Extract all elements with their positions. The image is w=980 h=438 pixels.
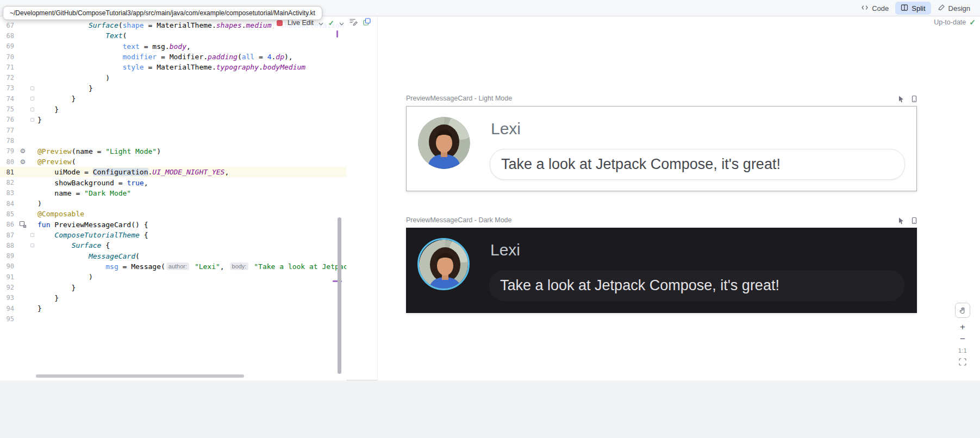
line-number[interactable]: 68	[0, 32, 17, 40]
line-number[interactable]: 77	[0, 127, 17, 134]
code-text[interactable]: uiMode = Configuration.UI_MODE_NIGHT_YES…	[36, 168, 229, 176]
code-text[interactable]: style = MaterialTheme.typography.bodyMed…	[36, 63, 305, 71]
line-number[interactable]: 80	[0, 158, 17, 166]
run-on-device-icon[interactable]	[910, 95, 919, 103]
code-text[interactable]: @Preview(name = "Light Mode")	[36, 147, 161, 155]
fold-marker-icon[interactable]	[30, 97, 34, 101]
code-text[interactable]: }	[36, 105, 59, 114]
code-line[interactable]: 87 ComposeTutorialTheme {	[0, 230, 346, 240]
line-number[interactable]: 88	[0, 242, 17, 249]
tab-split[interactable]: Split	[895, 2, 931, 15]
fold-marker-icon[interactable]	[30, 233, 34, 237]
build-ok-icon[interactable]: ✓	[328, 19, 334, 27]
line-number[interactable]: 81	[0, 168, 17, 176]
code-line[interactable]: 72 )	[0, 72, 346, 83]
line-number[interactable]: 86	[0, 221, 17, 228]
code-text[interactable]: Surface {	[36, 241, 110, 249]
code-text[interactable]: )	[36, 199, 42, 208]
code-line[interactable]: 75 }	[0, 104, 346, 114]
line-number[interactable]: 89	[0, 252, 17, 260]
code-text[interactable]: }	[36, 284, 76, 292]
line-number[interactable]: 91	[0, 273, 17, 281]
zoom-out-button[interactable]: −	[955, 333, 970, 345]
line-number[interactable]: 90	[0, 262, 17, 270]
line-number[interactable]: 82	[0, 179, 17, 186]
code-line[interactable]: 90 msg = Message(author: "Lexi", body: "…	[0, 261, 346, 272]
code-line[interactable]: 70 modifier = Modifier.padding(all = 4.d…	[0, 52, 346, 62]
build-refresh-icon[interactable]	[363, 17, 371, 28]
editor-pane[interactable]: 67 Surface(shape = MaterialTheme.shapes.…	[0, 16, 346, 380]
code-line[interactable]: 79⚙@Preview(name = "Light Mode")	[0, 146, 346, 157]
line-number[interactable]: 95	[0, 315, 17, 323]
line-number[interactable]: 87	[0, 231, 17, 239]
code-line[interactable]: 77	[0, 125, 346, 135]
code-line[interactable]: 82 showBackground = true,	[0, 177, 346, 187]
fold-marker-icon[interactable]	[30, 243, 34, 247]
code-text[interactable]: msg = Message(author: "Lexi", body: "Tak…	[36, 262, 346, 271]
line-number[interactable]: 75	[0, 105, 17, 113]
code-text[interactable]: }	[36, 304, 42, 312]
line-number[interactable]: 67	[0, 22, 17, 29]
line-number[interactable]: 74	[0, 95, 17, 103]
line-number[interactable]: 78	[0, 137, 17, 145]
code-text[interactable]: name = "Dark Mode"	[36, 189, 131, 197]
code-text[interactable]: MessageCard(	[36, 252, 140, 260]
code-line[interactable]: 78	[0, 135, 346, 146]
line-number[interactable]: 73	[0, 84, 17, 92]
code-text[interactable]: )	[36, 273, 93, 281]
code-text[interactable]: Text(	[36, 32, 127, 40]
code-line[interactable]: 94}	[0, 303, 346, 314]
code-line[interactable]: 95	[0, 314, 346, 324]
interactive-mode-icon[interactable]	[897, 95, 906, 103]
run-on-device-icon[interactable]	[910, 216, 919, 225]
code-text[interactable]: }	[36, 294, 59, 302]
code-line[interactable]: 73 }	[0, 83, 346, 93]
code-line[interactable]: 91 )	[0, 272, 346, 282]
code-text[interactable]: showBackground = true,	[36, 179, 148, 187]
code-line[interactable]: 85@Composable	[0, 209, 346, 219]
code-text[interactable]: }	[36, 84, 93, 92]
fold-gutter[interactable]	[28, 118, 36, 122]
line-number[interactable]: 94	[0, 305, 17, 312]
code-text[interactable]: ComposeTutorialTheme {	[36, 231, 148, 239]
code-line[interactable]: 92 }	[0, 282, 346, 292]
fold-gutter[interactable]	[28, 86, 36, 90]
line-number[interactable]: 83	[0, 189, 17, 197]
code-text[interactable]: fun PreviewMessageCard() {	[36, 221, 148, 229]
code-text[interactable]: }	[36, 95, 76, 103]
line-number[interactable]: 71	[0, 64, 17, 71]
code-line[interactable]: 89 MessageCard(	[0, 251, 346, 261]
fold-gutter[interactable]	[28, 108, 36, 111]
zoom-actual-size-button[interactable]: 1:1	[955, 345, 970, 356]
tab-code[interactable]: Code	[856, 2, 894, 15]
editor-horizontal-scrollbar[interactable]	[36, 374, 244, 378]
code-text[interactable]: text = msg.body,	[36, 42, 191, 51]
chevron-down-icon[interactable]	[339, 18, 344, 28]
live-edit-label[interactable]: Live Edit	[288, 19, 314, 27]
code-line[interactable]: 88 Surface {	[0, 240, 346, 251]
gear-icon[interactable]: ⚙	[17, 158, 28, 166]
line-number[interactable]: 79	[0, 147, 17, 155]
code-line[interactable]: 69 text = msg.body,	[0, 41, 346, 52]
code-text[interactable]: modifier = Modifier.padding(all = 4.dp),	[36, 53, 293, 61]
code-line[interactable]: 80⚙@Preview(	[0, 157, 346, 167]
code-line[interactable]: 83 name = "Dark Mode"	[0, 188, 346, 198]
line-number[interactable]: 70	[0, 53, 17, 61]
code-text[interactable]: @Preview(	[36, 158, 76, 166]
fold-marker-icon[interactable]	[30, 108, 34, 111]
fold-gutter[interactable]	[28, 97, 36, 101]
line-number[interactable]: 69	[0, 42, 17, 50]
line-number[interactable]: 92	[0, 284, 17, 291]
ui-check-icon[interactable]	[349, 17, 358, 28]
pan-hand-button[interactable]	[955, 303, 970, 318]
gear-icon[interactable]: ⚙	[17, 147, 28, 155]
interactive-mode-icon[interactable]	[897, 216, 906, 225]
code-text[interactable]: @Composable	[36, 210, 84, 218]
line-number[interactable]: 76	[0, 116, 17, 123]
tab-design[interactable]: Design	[932, 2, 976, 15]
code-text[interactable]: }	[36, 116, 42, 124]
editor-vertical-scrollbar[interactable]	[338, 217, 341, 374]
code-line[interactable]: 84)	[0, 198, 346, 209]
code-line[interactable]: 93 }	[0, 293, 346, 303]
code-line[interactable]: 76}	[0, 115, 346, 125]
